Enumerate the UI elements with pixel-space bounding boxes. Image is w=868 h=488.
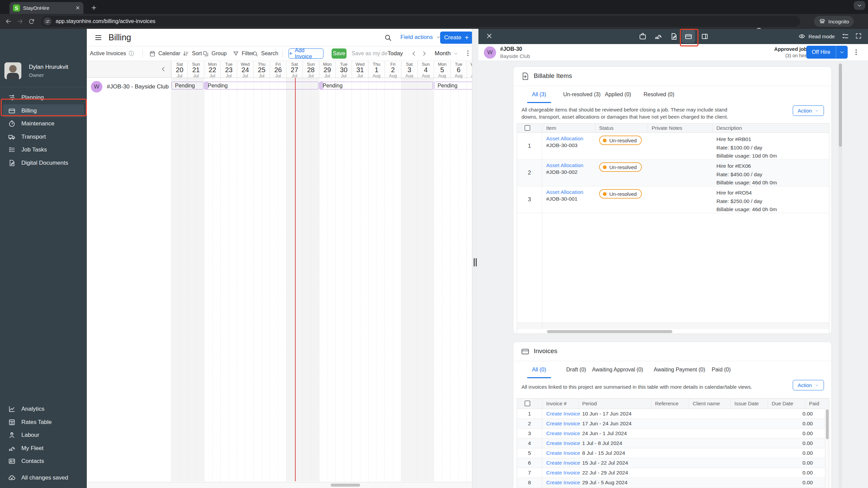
invoice-row[interactable]: 4Create Invoice1 Jul - 8 Jul 20240.00 xyxy=(517,439,829,448)
side-panel-icon[interactable] xyxy=(701,33,709,40)
day-column[interactable] xyxy=(204,78,220,481)
booking-bar-pending[interactable]: Pending xyxy=(319,82,433,89)
day-column[interactable] xyxy=(335,78,352,481)
tab-search-chevron-button[interactable] xyxy=(854,1,865,10)
create-invoice-link[interactable]: Create Invoice xyxy=(546,440,580,446)
invoices-tab-awaiting-approval-0-[interactable]: Awaiting Approval (0) xyxy=(592,361,643,378)
back-button[interactable] xyxy=(3,16,14,27)
save-button[interactable]: Save xyxy=(332,48,347,59)
booking-bar-pending[interactable]: Pending xyxy=(172,82,203,89)
scrollbar-thumb[interactable] xyxy=(547,330,672,333)
today-button[interactable]: Today xyxy=(388,50,403,57)
save-as-default-button[interactable]: Save as my de xyxy=(352,50,388,57)
invoices-vertical-scrollbar[interactable] xyxy=(825,409,829,488)
off-hire-dropdown-chevron[interactable] xyxy=(836,46,848,59)
day-column[interactable] xyxy=(286,78,302,481)
reload-button[interactable] xyxy=(26,16,37,27)
sidebar-item-transport[interactable]: Transport xyxy=(3,130,84,143)
item-link[interactable]: Asset Allocation xyxy=(546,189,583,195)
fullscreen-icon[interactable] xyxy=(855,33,862,39)
sidebar-item-analytics[interactable]: Analytics xyxy=(3,403,84,415)
sidebar-item-labour[interactable]: Labour xyxy=(3,429,84,442)
booking-bar-pending[interactable]: Pending xyxy=(204,82,318,89)
day-column[interactable] xyxy=(401,78,417,481)
next-period-chevron[interactable] xyxy=(421,50,428,57)
billable-tab-resolved-0-[interactable]: Resolved (0) xyxy=(644,86,674,103)
fleet-excavator-icon[interactable] xyxy=(654,33,662,40)
billable-tab-applied-0-[interactable]: Applied (0) xyxy=(605,86,631,103)
sidebar-item-billing[interactable]: Billing xyxy=(3,104,84,117)
day-column[interactable] xyxy=(237,78,253,481)
create-invoice-link[interactable]: Create Invoice xyxy=(546,480,580,486)
invoice-row[interactable]: 8Create Invoice29 Jul - 5 Aug 20240.00 xyxy=(517,478,829,488)
create-button[interactable]: Create + xyxy=(440,32,472,44)
scrollbar-thumb[interactable] xyxy=(839,64,842,147)
sidebar-item-planning[interactable]: Planning xyxy=(3,91,84,104)
invoices-action-button[interactable]: Action xyxy=(793,380,824,390)
range-dropdown[interactable]: Month xyxy=(435,50,458,57)
create-invoice-link[interactable]: Create Invoice xyxy=(546,430,580,436)
search-button[interactable]: Search xyxy=(252,46,278,61)
calendar-horizontal-scrollbar[interactable] xyxy=(87,482,472,488)
sidebar-item-my-fleet[interactable]: My Fleet xyxy=(3,442,84,455)
create-invoice-link[interactable]: Create Invoice xyxy=(546,421,580,427)
new-tab-button[interactable] xyxy=(89,3,99,13)
header-search-icon[interactable] xyxy=(384,34,392,42)
day-column[interactable] xyxy=(319,78,335,481)
day-column[interactable] xyxy=(171,78,188,481)
tab-close-icon[interactable]: ✕ xyxy=(76,5,80,11)
scrollbar-thumb[interactable] xyxy=(331,484,360,487)
create-invoice-link[interactable]: Create Invoice xyxy=(546,460,580,466)
day-column[interactable] xyxy=(302,78,319,481)
create-invoice-link[interactable]: Create Invoice xyxy=(546,470,580,476)
collapse-list-chevron[interactable] xyxy=(160,66,167,73)
field-actions-dropdown[interactable]: Field actions xyxy=(400,34,441,41)
invoice-row[interactable]: 2Create Invoice17 Jun - 24 Jun 20240.00 xyxy=(517,419,829,429)
panel-vertical-scrollbar[interactable] xyxy=(839,63,842,488)
sidebar-item-digital-documents[interactable]: Digital Documents xyxy=(3,157,84,169)
job-kebab-icon[interactable] xyxy=(852,48,860,56)
day-column[interactable] xyxy=(417,78,434,481)
billable-action-button[interactable]: Action xyxy=(793,105,824,116)
sidebar-item-job-tasks[interactable]: Job Tasks xyxy=(3,143,84,156)
billable-row[interactable]: 2Asset Allocation#JOB-30-002Un-resolvedH… xyxy=(517,160,829,186)
billable-row[interactable]: 3Asset Allocation#JOB-30-001Un-resolvedH… xyxy=(517,186,829,213)
checklist-icon[interactable] xyxy=(842,33,849,40)
day-column[interactable] xyxy=(384,78,401,481)
day-column[interactable] xyxy=(368,78,384,481)
select-all-checkbox[interactable] xyxy=(525,401,530,406)
resize-handle[interactable] xyxy=(474,258,477,266)
address-bar[interactable]: app.stayonhire.com/billing/active-invoic… xyxy=(41,16,800,27)
menu-hamburger-icon[interactable] xyxy=(94,34,102,42)
add-invoice-button[interactable]: +Add Invoice xyxy=(289,48,323,59)
sidebar-item-rates-table[interactable]: Rates Table xyxy=(3,416,84,429)
booking-bar-pending[interactable]: Pending xyxy=(434,82,472,89)
billable-horizontal-scrollbar[interactable] xyxy=(517,329,829,334)
select-all-checkbox[interactable] xyxy=(525,125,530,131)
invoice-row[interactable]: 6Create Invoice15 Jul - 22 Jul 20240.00 xyxy=(517,458,829,468)
item-link[interactable]: Asset Allocation xyxy=(546,136,583,142)
forward-button[interactable] xyxy=(14,16,26,27)
browser-tab[interactable]: S StayOnHire ✕ xyxy=(9,2,83,14)
day-column[interactable] xyxy=(253,78,270,481)
item-link[interactable]: Asset Allocation xyxy=(546,162,583,168)
billable-row[interactable]: 1Asset Allocation#JOB-30-003Un-resolvedH… xyxy=(517,133,829,160)
site-settings-icon[interactable] xyxy=(43,17,52,25)
billable-tab-un-resolved-3-[interactable]: Un-resolved (3) xyxy=(563,86,600,103)
calendar-view-button[interactable]: Calendar xyxy=(149,46,180,61)
invoice-row[interactable]: 1Create Invoice10 Jun - 17 Jun 20240.00 xyxy=(517,409,829,419)
group-button[interactable]: Group xyxy=(202,46,226,61)
invoice-row[interactable]: 7Create Invoice22 Jul - 29 Jul 20240.00 xyxy=(517,468,829,478)
day-column[interactable] xyxy=(220,78,237,481)
day-column[interactable] xyxy=(467,78,472,481)
job-box-icon[interactable] xyxy=(639,33,647,40)
invoices-tab-all-0-[interactable]: All (0) xyxy=(532,361,546,378)
filter-button[interactable]: Filter xyxy=(233,46,254,61)
day-column[interactable] xyxy=(434,78,450,481)
read-mode-toggle[interactable]: Read mode xyxy=(798,33,835,40)
day-column[interactable] xyxy=(352,78,368,481)
off-hire-button[interactable]: Off Hire xyxy=(806,46,848,59)
prev-period-chevron[interactable] xyxy=(411,50,417,57)
billing-card-icon-selected[interactable] xyxy=(682,29,695,43)
sort-button[interactable]: Sort xyxy=(183,46,202,61)
